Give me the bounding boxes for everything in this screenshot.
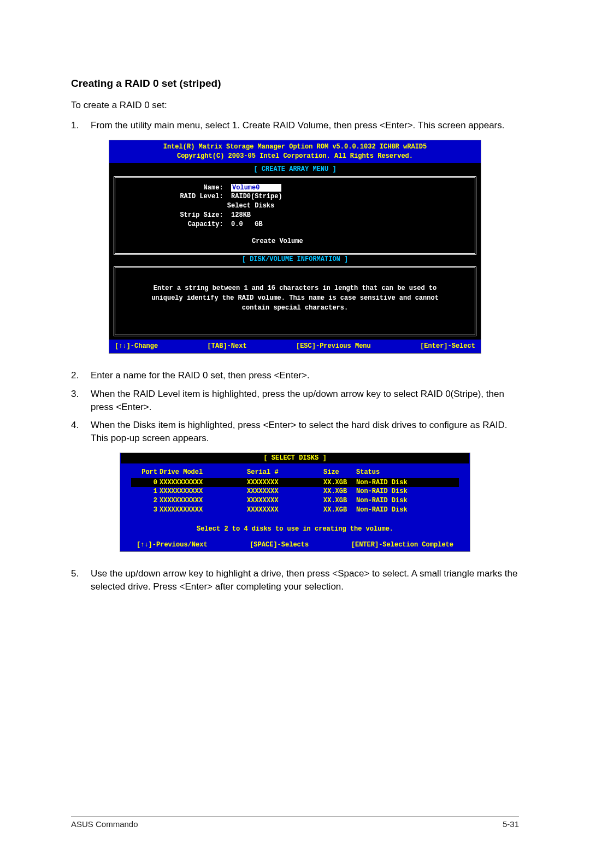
step-text: When the RAID Level item is highlighted,… bbox=[91, 388, 519, 414]
hint-enter-select: [Enter]-Select bbox=[420, 342, 475, 351]
capacity-value: 0.0 GB bbox=[231, 221, 263, 228]
cell-size: XX.XGB bbox=[323, 496, 356, 506]
step-4: 4. When the Disks item is highlighted, p… bbox=[71, 419, 519, 445]
footer-product: ASUS Commando bbox=[71, 818, 138, 830]
hint-enter-complete: [ENTER]-Selection Complete bbox=[351, 540, 453, 550]
cell-size: XX.XGB bbox=[323, 506, 356, 515]
step-number: 1. bbox=[71, 119, 91, 132]
disk-table-header: Port Drive Model Serial # Size Status bbox=[131, 468, 459, 477]
cell-serial: XXXXXXXX bbox=[247, 506, 323, 515]
strip-size-value[interactable]: 128KB bbox=[231, 211, 251, 219]
cell-port: 3 bbox=[131, 506, 160, 515]
document-page: Creating a RAID 0 set (striped) To creat… bbox=[0, 0, 590, 868]
cell-model: XXXXXXXXXXX bbox=[160, 506, 247, 515]
create-array-menu-title: [ CREATE ARRAY MENU ] bbox=[114, 165, 476, 174]
name-input[interactable]: Volume0 bbox=[231, 184, 281, 192]
field-raid-level: RAID Level: RAID0(Stripe) bbox=[172, 192, 467, 201]
bios-body: [ CREATE ARRAY MENU ] Name: Volume0 RAID… bbox=[109, 163, 481, 340]
page-footer: ASUS Commando 5-31 bbox=[71, 818, 519, 830]
disk-volume-info-title: [ DISK/VOLUME INFORMATION ] bbox=[114, 255, 476, 264]
hint-esc-previous: [ESC]-Previous Menu bbox=[296, 342, 371, 351]
bios-info-box: Enter a string between 1 and 16 characte… bbox=[114, 266, 476, 336]
bios-header-line1: Intel(R) Matrix Storage Manager Option R… bbox=[113, 142, 477, 152]
select-disks-footer: [↑↓]-Previous/Next [SPACE]-Selects [ENTE… bbox=[120, 540, 470, 552]
cell-port: 2 bbox=[131, 496, 160, 506]
capacity-label: Capacity: bbox=[188, 221, 223, 228]
cell-port: 1 bbox=[131, 487, 160, 496]
footer-page-number: 5-31 bbox=[503, 818, 519, 830]
field-name: Name: Volume0 bbox=[172, 183, 467, 193]
step-number: 4. bbox=[71, 419, 91, 445]
step-1: 1. From the utility main menu, select 1.… bbox=[71, 119, 519, 132]
select-disks-body: Port Drive Model Serial # Size Status 0 … bbox=[120, 463, 470, 540]
cell-serial: XXXXXXXX bbox=[247, 487, 323, 496]
field-select-disks[interactable]: Select Disks bbox=[172, 201, 467, 211]
col-size: Size bbox=[323, 468, 356, 477]
disk-row-1[interactable]: 1 XXXXXXXXXXX XXXXXXXX XX.XGB Non-RAID D… bbox=[131, 487, 459, 496]
disk-row-0[interactable]: 0 XXXXXXXXXXX XXXXXXXX XX.XGB Non-RAID D… bbox=[131, 478, 459, 487]
strip-size-label: Strip Size: bbox=[180, 211, 223, 219]
step-text: When the Disks item is highlighted, pres… bbox=[91, 419, 519, 445]
bios-fields-box: Name: Volume0 RAID Level: RAID0(Stripe) … bbox=[114, 176, 476, 255]
create-volume-button[interactable]: Create Volume bbox=[252, 237, 467, 246]
step-number: 2. bbox=[71, 369, 91, 382]
cell-model: XXXXXXXXXXX bbox=[160, 487, 247, 496]
bios-header-line2: Copyright(C) 2003-05 Intel Corporation. … bbox=[113, 152, 477, 161]
bios-footer: [↑↓]-Change [TAB]-Next [ESC]-Previous Me… bbox=[109, 340, 481, 353]
cell-status: Non-RAID Disk bbox=[356, 487, 433, 496]
step-text: Use the up/down arrow key to highlight a… bbox=[91, 567, 519, 593]
raid-level-label: RAID Level: bbox=[180, 193, 223, 200]
step-2: 2. Enter a name for the RAID 0 set, then… bbox=[71, 369, 519, 382]
disk-row-3[interactable]: 3 XXXXXXXXXXX XXXXXXXX XX.XGB Non-RAID D… bbox=[131, 506, 459, 515]
step-5: 5. Use the up/down arrow key to highligh… bbox=[71, 567, 519, 593]
cell-model: XXXXXXXXXXX bbox=[160, 496, 247, 506]
step-3: 3. When the RAID Level item is highlight… bbox=[71, 388, 519, 414]
step-text: Enter a name for the RAID 0 set, then pr… bbox=[91, 369, 519, 382]
cell-status: Non-RAID Disk bbox=[356, 478, 433, 487]
cell-serial: XXXXXXXX bbox=[247, 496, 323, 506]
name-label: Name: bbox=[204, 184, 223, 192]
field-capacity: Capacity: 0.0 GB bbox=[172, 220, 467, 229]
cell-status: Non-RAID Disk bbox=[356, 496, 433, 506]
hint-tab-next: [TAB]-Next bbox=[208, 342, 247, 351]
bios-info-text: Enter a string between 1 and 16 characte… bbox=[151, 284, 439, 312]
select-disks-instruction: Select 2 to 4 disks to use in creating t… bbox=[131, 525, 459, 534]
cell-size: XX.XGB bbox=[323, 478, 356, 487]
intro-text: To create a RAID 0 set: bbox=[71, 99, 519, 112]
col-status: Status bbox=[356, 468, 433, 477]
cell-model: XXXXXXXXXXX bbox=[160, 478, 247, 487]
hint-change: [↑↓]-Change bbox=[115, 342, 158, 351]
step-text: From the utility main menu, select 1. Cr… bbox=[91, 119, 519, 132]
step-number: 5. bbox=[71, 567, 91, 593]
bios-create-array-screen: Intel(R) Matrix Storage Manager Option R… bbox=[109, 140, 481, 354]
hint-space-selects: [SPACE]-Selects bbox=[250, 540, 309, 550]
bios-header: Intel(R) Matrix Storage Manager Option R… bbox=[109, 140, 481, 163]
section-heading: Creating a RAID 0 set (striped) bbox=[71, 76, 519, 91]
cell-size: XX.XGB bbox=[323, 487, 356, 496]
col-drive-model: Drive Model bbox=[160, 468, 247, 477]
field-strip-size: Strip Size: 128KB bbox=[172, 211, 467, 220]
cell-port: 0 bbox=[131, 478, 160, 487]
raid-level-value[interactable]: RAID0(Stripe) bbox=[231, 193, 282, 200]
hint-prev-next: [↑↓]-Previous/Next bbox=[137, 540, 208, 550]
cell-status: Non-RAID Disk bbox=[356, 506, 433, 515]
cell-serial: XXXXXXXX bbox=[247, 478, 323, 487]
select-disks-label: Select Disks bbox=[227, 202, 274, 210]
disk-row-2[interactable]: 2 XXXXXXXXXXX XXXXXXXX XX.XGB Non-RAID D… bbox=[131, 496, 459, 506]
col-serial: Serial # bbox=[247, 468, 323, 477]
select-disks-title: [ SELECT DISKS ] bbox=[121, 453, 469, 463]
step-number: 3. bbox=[71, 388, 91, 414]
col-port: Port bbox=[131, 468, 160, 477]
bios-select-disks-screen: [ SELECT DISKS ] Port Drive Model Serial… bbox=[120, 453, 470, 552]
footer-divider bbox=[71, 816, 519, 817]
